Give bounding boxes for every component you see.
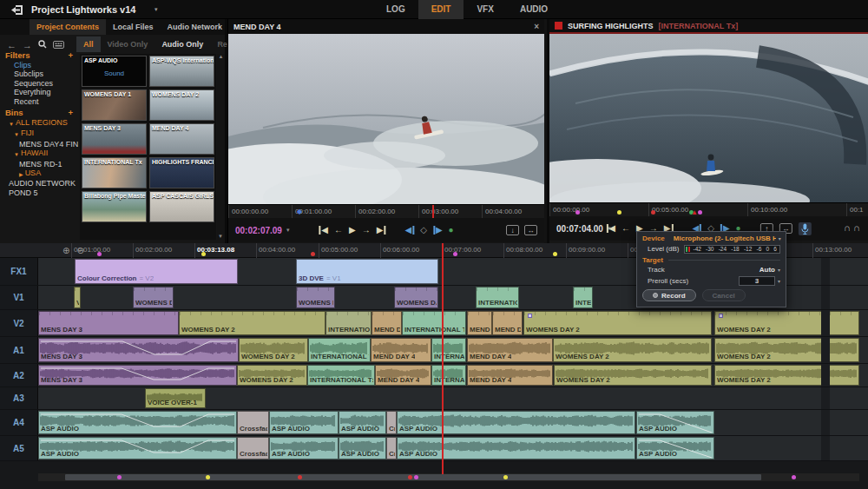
timeline-playhead[interactable] <box>442 243 444 474</box>
clip-international-tx[interactable]: INTERNATIONAL Tx <box>307 365 375 386</box>
top-tab-vfx[interactable]: VFX <box>464 0 506 19</box>
insert-edit-icon[interactable]: ↓ <box>506 225 519 235</box>
track-header-a1[interactable]: A1 <box>0 337 38 363</box>
panel-tab-audio-network[interactable]: Audio Network <box>161 19 230 35</box>
clip-mens-day-3[interactable]: MENS DAY 3 <box>38 338 239 362</box>
top-tab-edit[interactable]: EDIT <box>418 0 464 19</box>
record-video-frame[interactable] <box>549 34 868 202</box>
record-button[interactable]: Record <box>642 289 696 301</box>
clip-international[interactable]: INTERNATIONAL <box>326 311 372 335</box>
track-header-a2[interactable]: A2 <box>0 364 38 387</box>
clip-asp-audio[interactable]: ASP AUDIO <box>269 411 339 434</box>
source-viewer-ruler[interactable]: 00:00:00.0000:01:00.0000:02:00.0000:03:0… <box>228 204 544 218</box>
go-start-button[interactable]: ◀ <box>319 226 328 235</box>
clip-inter[interactable]: INTER <box>573 287 593 308</box>
clip-internation[interactable]: INTERNATION <box>476 287 519 308</box>
filter-tab-video-only[interactable]: Video Only <box>101 36 155 52</box>
bin-item-pond-5[interactable]: POND 5 <box>0 188 78 197</box>
filter-item-everything[interactable]: Everything <box>0 88 78 96</box>
clip-mend-day-4[interactable]: MEND DAY 4 <box>375 365 431 386</box>
app-title[interactable]: Project Lightworks v14 <box>31 4 135 15</box>
cancel-button[interactable]: Cancel <box>702 289 746 301</box>
clip-asp-audio[interactable]: ASP AUDIO <box>636 411 714 434</box>
step-back-button[interactable]: ← <box>621 224 630 233</box>
bin-item-hawaii[interactable]: ▼HAWAII <box>0 149 78 159</box>
clip-womens-day-2[interactable]: WOMENS DAY 2 <box>179 311 326 335</box>
track-header-v1[interactable]: V1 <box>0 286 38 309</box>
clip-3d-dve[interactable]: 3D DVE= V1 <box>296 259 438 284</box>
clip-mend-day-4[interactable]: MEND DAY 4 <box>467 338 553 362</box>
bin-item-audio-network[interactable]: AUDIO NETWORK <box>0 179 78 188</box>
panel-tab-local-files[interactable]: Local Files <box>106 19 161 35</box>
make-subclip-icon[interactable]: ● <box>449 226 454 235</box>
track-lane-a5[interactable]: ASP AUDIOCrossfadeASP AUDIOASP AUDIOCrAS… <box>38 436 868 460</box>
zoom-in-icon[interactable]: ⊕ <box>62 246 69 255</box>
chevron-down-icon[interactable]: ▾ <box>778 278 780 284</box>
clip-thumbnail-highlights-france[interactable]: HIGHLIGHTS FRANCE <box>149 157 214 188</box>
clip-voice-over-1[interactable]: VOICE OVER-1 <box>145 388 206 408</box>
track-header-v2[interactable]: V2 <box>0 310 38 336</box>
clip-mens-day-3[interactable]: MENS DAY 3 <box>38 365 237 386</box>
close-icon[interactable]: × <box>534 22 539 31</box>
go-end-button[interactable]: ▶ <box>377 226 386 235</box>
filter-item-clips[interactable]: Clips <box>0 61 78 69</box>
bin-item-all-regions[interactable]: ▼ALL REGIONS <box>0 118 78 129</box>
bin-item-mens-day4-finals[interactable]: MENS DAY4 FINALS <box>0 140 78 149</box>
app-title-caret-icon[interactable]: ▾ <box>155 6 158 13</box>
clip-cr[interactable]: Cr <box>386 437 397 459</box>
clip-crossfade[interactable]: Crossfade <box>237 411 269 434</box>
track-header-a3[interactable]: A3 <box>0 387 38 409</box>
clip-colour-correction[interactable]: Colour Correction= V2 <box>75 259 238 284</box>
clip-womens-day-2[interactable]: WOMENS DAY 2 <box>714 338 859 362</box>
preroll-input[interactable]: 3 <box>739 276 775 286</box>
clip-thumbnail-mens-day-3[interactable]: MENS DAY 3 <box>82 123 147 155</box>
folder-open-icon[interactable]: ▼ <box>14 129 19 139</box>
top-tab-audio[interactable]: AUDIO <box>507 0 561 19</box>
mark-in-icon[interactable]: ◀ <box>404 226 414 235</box>
bin-item-usa[interactable]: ▶USA <box>0 169 78 179</box>
folder-open-icon[interactable]: ▼ <box>9 118 14 129</box>
clip-womens-day-2[interactable]: WOMENS DAY 2 <box>553 338 712 362</box>
clip-asp-audio[interactable]: ASP AUDIO <box>38 437 237 459</box>
clip-thumbnail-asp-audio[interactable]: ASP AUDIOSound <box>82 56 147 87</box>
bin-item-mens-rd-1[interactable]: MENS RD-1 <box>0 160 78 169</box>
clip-cr[interactable]: Cr <box>386 411 397 434</box>
chevron-down-icon[interactable]: ▾ <box>779 235 781 241</box>
clip-thumbnail-asp-cascais-girls[interactable]: ASP CASCAIS GIRLS <box>149 191 214 222</box>
timecode-caret-icon[interactable]: ▾ <box>286 227 290 234</box>
clip-international-tx[interactable]: INTERNATIONAL Tx <box>402 311 466 335</box>
clip-asp-audio[interactable]: ASP AUDIO <box>636 437 714 459</box>
device-select[interactable]: Microphone (2- Logitech USB Hea <box>674 235 776 242</box>
track-lane-a2[interactable]: MENS DAY 3WOMENS DAY 2INTERNATIONAL TxME… <box>38 364 868 387</box>
track-lane-a1[interactable]: MENS DAY 3WOMENS DAY 2INTERNATIONAL TxME… <box>38 337 868 363</box>
clip-internatio[interactable]: INTERNATIO <box>431 338 466 362</box>
replace-edit-icon[interactable]: ↔ <box>524 225 537 235</box>
clip-womens-day-2[interactable]: WOMENS DAY 2 <box>554 365 712 386</box>
viewer-playhead[interactable] <box>432 205 434 218</box>
clip-womens-day-2[interactable]: WOMENS DAY 2 <box>714 311 859 335</box>
microphone-record-icon[interactable] <box>799 222 812 235</box>
clip-mend-day[interactable]: MEND DAY <box>492 311 523 335</box>
step-back-button[interactable]: ← <box>334 226 343 235</box>
step-forward-button[interactable]: → <box>362 226 371 235</box>
go-start-button[interactable]: ◀ <box>606 224 615 233</box>
app-logo-icon[interactable] <box>11 3 24 19</box>
add-filter-button[interactable]: + <box>68 50 73 61</box>
clip-thumbnail-womens-day-1[interactable]: WOMENS DAY 1 <box>82 89 147 121</box>
filter-tab-audio-only[interactable]: Audio Only <box>155 36 210 52</box>
clip-asp-audio[interactable]: ASP AUDIO <box>38 411 237 434</box>
timeline-scrollbar[interactable] <box>38 473 859 481</box>
clip-v[interactable]: V <box>74 287 81 308</box>
clip-asp-audio[interactable]: ASP AUDIO <box>339 437 386 459</box>
clip-mend-day-4[interactable]: MEND DAY 4 <box>467 365 553 386</box>
clip-thumbnail-womens-day-2[interactable]: WOMENS DAY 2 <box>149 89 214 121</box>
add-bin-button[interactable]: + <box>68 108 73 118</box>
clip-asp-audio[interactable]: ASP AUDIO <box>339 411 386 434</box>
timeline-scrollbar-thumb[interactable] <box>65 474 761 480</box>
clip-asp-audio[interactable]: ASP AUDIO <box>269 437 339 459</box>
filter-item-subclips[interactable]: Subclips <box>0 69 78 78</box>
filter-tab-all[interactable]: All <box>76 36 101 52</box>
clip-mend-d[interactable]: MEND D <box>467 311 492 335</box>
track-header-fx1[interactable]: FX1 <box>0 258 38 285</box>
record-timecode[interactable]: 00:07:04.00 <box>556 224 603 234</box>
